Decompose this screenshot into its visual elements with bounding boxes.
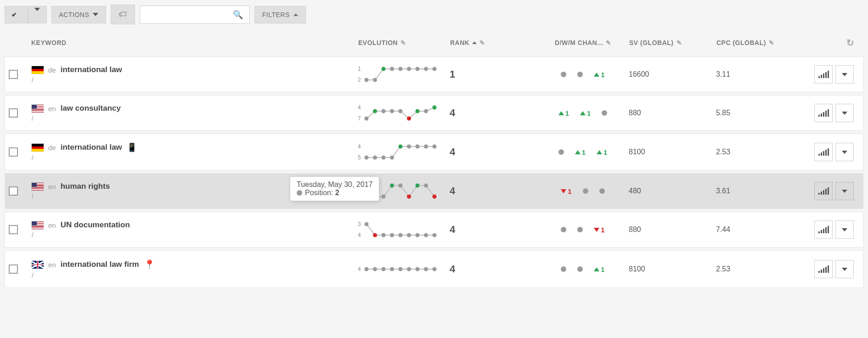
keyword-path: / bbox=[32, 193, 110, 200]
row-checkbox[interactable] bbox=[9, 147, 18, 157]
cpc-value: 7.44 bbox=[716, 225, 730, 234]
chart-button[interactable] bbox=[814, 143, 833, 161]
svg-point-38 bbox=[381, 233, 385, 237]
row-menu-button[interactable] bbox=[835, 260, 854, 278]
svg-point-37 bbox=[373, 233, 377, 237]
chart-button[interactable] bbox=[814, 182, 833, 200]
change-up: 1 bbox=[597, 148, 607, 156]
language-code: de bbox=[48, 144, 56, 152]
col-keyword[interactable]: KEYWORD bbox=[31, 39, 358, 46]
edit-icon: ✎ bbox=[400, 39, 406, 46]
actions-button[interactable]: ACTIONS bbox=[51, 6, 107, 23]
row-checkbox[interactable] bbox=[9, 108, 18, 118]
change-same-icon bbox=[561, 266, 566, 272]
language-code: en bbox=[48, 221, 56, 229]
refresh-icon[interactable]: ↻ bbox=[846, 37, 855, 48]
row-menu-button[interactable] bbox=[835, 220, 854, 239]
svg-point-35 bbox=[432, 195, 436, 199]
svg-point-6 bbox=[415, 67, 419, 71]
sparkline-ticks: 4 bbox=[358, 266, 361, 272]
keywords-table: KEYWORD EVOLUTION✎ RANK✎ D/W/M CHAN...✎ … bbox=[5, 29, 863, 288]
svg-point-3 bbox=[390, 67, 394, 71]
svg-point-4 bbox=[398, 67, 402, 71]
cpc-value: 2.53 bbox=[716, 265, 730, 273]
svg-point-18 bbox=[364, 156, 368, 160]
table-row[interactable]: en human rights / 23 4 1 480 3.61 Tuesda… bbox=[5, 173, 863, 209]
flag-icon bbox=[32, 105, 44, 113]
flag-icon bbox=[32, 221, 44, 229]
evolution-sparkline[interactable]: 4 bbox=[358, 261, 437, 277]
row-checkbox[interactable] bbox=[9, 70, 18, 79]
filters-label: FILTERS bbox=[262, 11, 290, 18]
evolution-sparkline[interactable]: 12 bbox=[358, 66, 437, 83]
rank-value: 4 bbox=[450, 263, 455, 275]
table-row[interactable]: en law consultancy / 47 4 11 880 5.85 bbox=[5, 95, 863, 131]
row-menu-button[interactable] bbox=[835, 104, 854, 122]
bars-icon bbox=[818, 109, 829, 117]
sparkline-ticks: 12 bbox=[358, 66, 361, 83]
chevron-down-icon bbox=[93, 13, 98, 16]
evolution-sparkline[interactable]: 47 bbox=[358, 104, 437, 122]
sv-value: 8100 bbox=[629, 265, 645, 273]
col-evolution[interactable]: EVOLUTION✎ bbox=[358, 39, 450, 46]
keyword-text: human rights bbox=[61, 182, 110, 191]
svg-point-5 bbox=[407, 67, 411, 71]
col-change[interactable]: D/W/M CHAN...✎ bbox=[537, 39, 629, 46]
keyword-text: international law bbox=[61, 65, 122, 74]
chevron-down-icon bbox=[842, 190, 847, 193]
svg-point-20 bbox=[381, 156, 385, 160]
svg-point-9 bbox=[364, 117, 368, 121]
evolution-sparkline[interactable]: 45 bbox=[358, 143, 437, 161]
chart-button[interactable] bbox=[814, 260, 833, 278]
chevron-up-icon bbox=[293, 13, 298, 16]
search-input[interactable] bbox=[147, 11, 229, 18]
col-rank[interactable]: RANK✎ bbox=[450, 39, 537, 46]
svg-point-43 bbox=[424, 233, 428, 237]
row-menu-button[interactable] bbox=[835, 182, 854, 200]
edit-icon: ✎ bbox=[479, 39, 485, 46]
flag-icon bbox=[32, 66, 44, 74]
svg-point-7 bbox=[424, 67, 428, 71]
chevron-down-icon bbox=[842, 268, 847, 271]
row-menu-button[interactable] bbox=[835, 143, 854, 161]
svg-point-15 bbox=[415, 109, 419, 113]
chart-button[interactable] bbox=[814, 65, 833, 84]
col-cpc[interactable]: CPC (GLOBAL)✎ bbox=[716, 39, 808, 46]
bars-icon bbox=[818, 265, 829, 273]
select-all-button[interactable]: ✔ bbox=[5, 6, 47, 23]
table-row[interactable]: en UN documentation / 34 4 1 880 7.44 bbox=[5, 212, 863, 248]
change-same-icon bbox=[558, 149, 564, 155]
sv-value: 480 bbox=[629, 187, 641, 195]
col-sv[interactable]: SV (GLOBAL)✎ bbox=[629, 39, 716, 46]
chart-button[interactable] bbox=[814, 220, 833, 239]
language-code: en bbox=[48, 261, 56, 269]
sv-value: 880 bbox=[629, 109, 641, 117]
cpc-value: 3.11 bbox=[716, 70, 730, 79]
svg-point-47 bbox=[381, 267, 385, 271]
edit-icon: ✎ bbox=[606, 39, 612, 46]
svg-point-24 bbox=[415, 145, 419, 149]
svg-point-14 bbox=[407, 117, 411, 121]
svg-point-33 bbox=[415, 184, 419, 188]
change-up: 1 bbox=[594, 71, 604, 79]
table-row[interactable]: de international law / 12 1 1 16600 3.11 bbox=[5, 56, 863, 92]
svg-point-41 bbox=[407, 233, 411, 237]
row-checkbox[interactable] bbox=[9, 225, 18, 234]
table-row[interactable]: en international law firm 📍 / 4 4 1 8100… bbox=[5, 250, 863, 288]
change-same-icon bbox=[577, 72, 583, 77]
svg-point-48 bbox=[390, 267, 394, 271]
row-menu-button[interactable] bbox=[835, 65, 854, 84]
rank-value: 4 bbox=[450, 146, 455, 158]
row-checkbox[interactable] bbox=[9, 265, 18, 274]
chart-button[interactable] bbox=[814, 104, 833, 122]
location-icon: 📍 bbox=[144, 259, 155, 270]
tag-button[interactable]: 🏷 bbox=[111, 5, 135, 24]
keyword-path: / bbox=[32, 231, 130, 239]
evolution-sparkline[interactable]: 34 bbox=[358, 221, 437, 238]
svg-point-51 bbox=[415, 267, 419, 271]
table-row[interactable]: de international law 📱 / 45 4 11 8100 2.… bbox=[5, 134, 863, 170]
filters-button[interactable]: FILTERS bbox=[254, 6, 306, 23]
row-checkbox[interactable] bbox=[9, 186, 18, 196]
keyword-path: / bbox=[32, 154, 137, 162]
svg-point-11 bbox=[381, 109, 385, 113]
